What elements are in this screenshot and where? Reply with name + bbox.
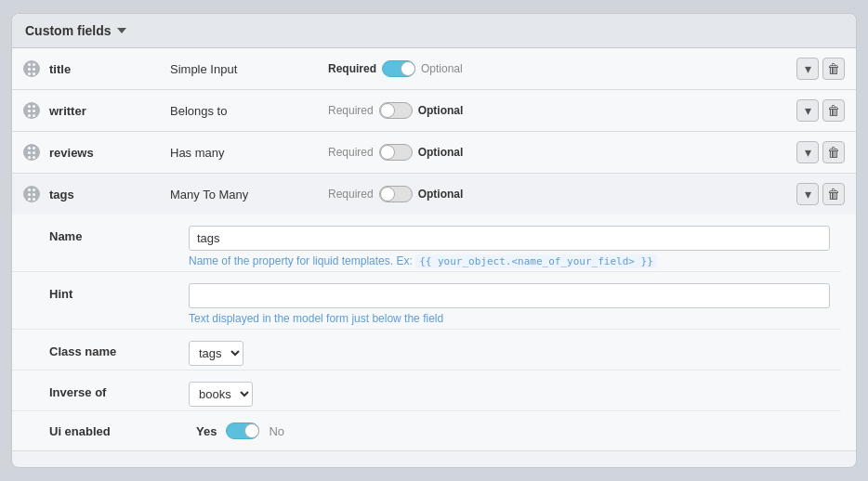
toggle-tags[interactable] xyxy=(379,186,413,202)
detail-inverse-row: Inverse of books xyxy=(12,370,841,410)
panel-title: Custom fields xyxy=(25,23,112,38)
field-type-title: Simple Input xyxy=(170,62,319,76)
custom-fields-panel: Custom fields title Simple Input Require… xyxy=(11,13,857,468)
toggle-group-reviews: Required Optional xyxy=(328,144,787,161)
toggle-title[interactable] xyxy=(382,60,415,77)
toggle-group-writter: Required Optional xyxy=(328,102,787,119)
field-row-writter: writter Belongs to Required Optional ▾ 🗑 xyxy=(12,90,856,132)
ui-enabled-label: Ui enabled xyxy=(49,424,189,438)
toggle-ui-enabled[interactable] xyxy=(226,422,259,439)
detail-classname-row: Class name tags xyxy=(12,329,841,370)
panel-chevron-icon[interactable] xyxy=(117,28,126,33)
ui-yes-label: Yes xyxy=(196,424,217,438)
toggle-group-title: Required Optional xyxy=(328,60,787,77)
detail-name-content: Name of the property for liquid template… xyxy=(189,226,830,267)
detail-classname-content: tags xyxy=(189,341,830,366)
detail-classname-label: Class name xyxy=(49,341,189,358)
field-name-title: title xyxy=(49,62,161,76)
name-input[interactable] xyxy=(189,226,830,251)
drag-handle-reviews[interactable] xyxy=(23,144,40,161)
required-label-writter: Required xyxy=(328,104,374,117)
field-name-tags: tags xyxy=(49,188,161,202)
field-actions-tags: ▾ 🗑 xyxy=(796,183,845,205)
name-hint-code: {{ your_object.<name_of_your_field> }} xyxy=(415,254,657,268)
detail-hint-label: Hint xyxy=(49,283,189,301)
detail-hint-content: Text displayed in the model form just be… xyxy=(189,283,830,325)
field-type-tags: Many To Many xyxy=(170,188,319,202)
drag-handle-tags[interactable] xyxy=(23,186,40,202)
required-label-reviews: Required xyxy=(328,146,374,159)
field-detail-tags: Name Name of the property for liquid tem… xyxy=(12,214,856,451)
detail-inverse-content: books xyxy=(189,382,830,407)
field-actions-title: ▾ 🗑 xyxy=(796,58,845,80)
field-name-writter: writter xyxy=(49,104,161,118)
expand-button-tags[interactable]: ▾ xyxy=(796,183,819,205)
expand-button-title[interactable]: ▾ xyxy=(796,58,819,80)
optional-label-tags: Optional xyxy=(418,188,464,201)
field-row-reviews: reviews Has many Required Optional ▾ 🗑 xyxy=(12,132,856,174)
name-hint-text: Name of the property for liquid template… xyxy=(189,254,830,267)
required-label-tags: Required xyxy=(328,188,374,201)
hint-hint-text: Text displayed in the model form just be… xyxy=(189,312,830,325)
drag-handle-writter[interactable] xyxy=(23,102,40,119)
detail-name-label: Name xyxy=(49,226,189,243)
toggle-group-tags: Required Optional xyxy=(328,186,787,202)
optional-label-writter: Optional xyxy=(418,104,464,117)
field-actions-writter: ▾ 🗑 xyxy=(796,99,845,122)
field-name-reviews: reviews xyxy=(49,146,161,160)
delete-button-writter[interactable]: 🗑 xyxy=(822,99,845,122)
detail-ui-enabled-row: Ui enabled Yes No xyxy=(12,410,841,450)
field-row-title: title Simple Input Required Optional ▾ 🗑 xyxy=(12,48,856,90)
detail-hint-row: Hint Text displayed in the model form ju… xyxy=(12,271,841,329)
toggle-writter[interactable] xyxy=(379,102,413,119)
detail-name-row: Name Name of the property for liquid tem… xyxy=(12,214,841,271)
optional-label-title: Optional xyxy=(421,62,463,75)
inverse-select[interactable]: books xyxy=(189,382,253,407)
detail-inverse-label: Inverse of xyxy=(49,382,189,399)
delete-button-title[interactable]: 🗑 xyxy=(822,58,845,80)
field-row-tags: tags Many To Many Required Optional ▾ 🗑 xyxy=(12,174,856,214)
delete-button-tags[interactable]: 🗑 xyxy=(822,183,845,205)
drag-handle-title[interactable] xyxy=(23,60,40,77)
optional-label-reviews: Optional xyxy=(418,146,464,159)
field-type-writter: Belongs to xyxy=(170,104,319,118)
panel-header: Custom fields xyxy=(12,14,856,48)
field-type-reviews: Has many xyxy=(170,146,319,160)
delete-button-reviews[interactable]: 🗑 xyxy=(822,141,845,163)
classname-select[interactable]: tags xyxy=(189,341,243,366)
panel-body: title Simple Input Required Optional ▾ 🗑 xyxy=(12,48,856,451)
expand-button-writter[interactable]: ▾ xyxy=(796,99,819,122)
hint-input[interactable] xyxy=(189,283,830,308)
field-actions-reviews: ▾ 🗑 xyxy=(796,141,845,163)
required-label-title: Required xyxy=(328,62,376,75)
expand-button-reviews[interactable]: ▾ xyxy=(796,141,819,163)
toggle-reviews[interactable] xyxy=(379,144,413,161)
ui-no-label: No xyxy=(269,424,284,438)
